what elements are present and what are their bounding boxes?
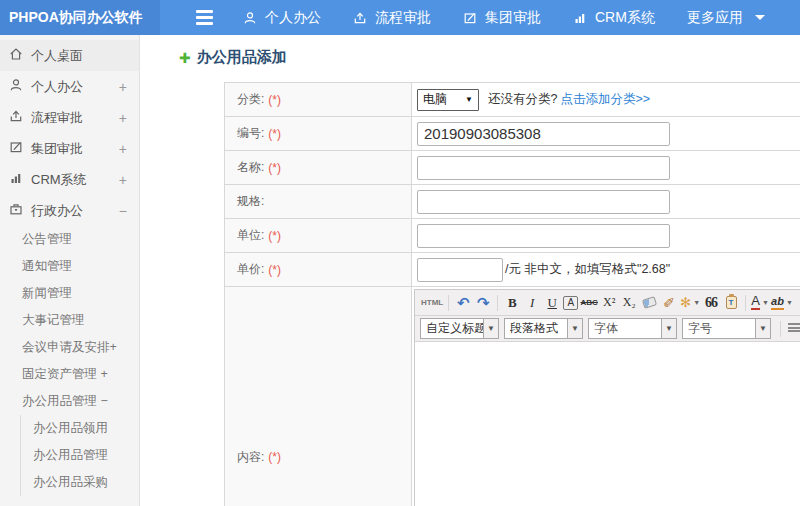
font-style-button[interactable]: A (563, 296, 578, 310)
required-marker: (*) (268, 263, 281, 277)
sidebar-item-meeting-mgmt[interactable]: 会议申请及安排+ (0, 334, 139, 361)
nav-item-label: 集团审批 (485, 9, 541, 27)
sidebar-item-notice-mgmt[interactable]: 通知管理 (0, 253, 139, 280)
page-title-text: 办公用品添加 (197, 48, 287, 67)
edit-icon (9, 140, 23, 157)
nav-item-process-approval[interactable]: 流程审批 (353, 9, 431, 27)
code-label: 编号: (*) (225, 117, 412, 150)
sidebar-item-crm[interactable]: CRM系统 + (0, 164, 139, 195)
sidebar-item-personal-office[interactable]: 个人办公 + (0, 71, 139, 102)
eraser-icon[interactable] (640, 294, 658, 312)
code-input[interactable] (417, 122, 670, 146)
strikethrough-button[interactable]: ABC (580, 294, 598, 312)
caret-down-icon: ▼ (786, 299, 793, 306)
nav-item-crm[interactable]: CRM系统 (573, 9, 655, 27)
autoformat-wand-icon[interactable]: ✻▼ (680, 294, 700, 312)
align-left-icon[interactable] (786, 320, 800, 338)
required-marker: (*) (268, 450, 281, 464)
category-select[interactable]: 电脑 ▼ (417, 89, 479, 111)
required-marker: (*) (268, 93, 281, 107)
expand-plus-icon[interactable]: + (119, 110, 127, 126)
menu-icon[interactable] (196, 10, 213, 25)
expand-plus-icon[interactable]: + (119, 141, 127, 157)
add-category-link[interactable]: 点击添加分类>> (560, 91, 650, 108)
caret-down-icon: ▼ (762, 299, 769, 306)
nav-item-personal-office[interactable]: 个人办公 (243, 9, 321, 27)
format-brush-icon[interactable]: ✐ (660, 294, 678, 312)
editor-toolbar-row2: 自定义标题 ▼ 段落格式 ▼ 字体 ▼ (415, 316, 800, 342)
italic-button[interactable]: I (523, 294, 541, 312)
nav-item-more-apps[interactable]: 更多应用 (687, 9, 765, 27)
sidebar-item-announcement-mgmt[interactable]: 公告管理 (0, 226, 139, 253)
caret-down-icon: ▼ (756, 318, 771, 339)
home-icon (9, 47, 23, 64)
sidebar-item-label: 个人办公 (31, 78, 119, 96)
top-bar: PHPOA协同办公软件 个人办公 流程审批 集团审批 CRM系统 (0, 0, 800, 35)
paragraph-format-select[interactable]: 段落格式 ▼ (504, 318, 583, 339)
sidebar-item-supplies-manage[interactable]: 办公用品管理 (21, 442, 139, 469)
sidebar-item-admin-office[interactable]: 行政办公 − (0, 195, 139, 226)
nav-item-label: 流程审批 (375, 9, 431, 27)
paste-icon[interactable]: T (722, 294, 740, 312)
sidebar-item-supplies-purchase[interactable]: 办公用品采购 (21, 469, 139, 496)
caret-down-icon: ▼ (568, 318, 583, 339)
form-row-unit: 单位: (*) (225, 219, 800, 253)
sidebar-item-office-supplies-mgmt[interactable]: 办公用品管理 − (0, 388, 139, 415)
sidebar: 个人桌面 个人办公 + 流程审批 + 集团审批 + (0, 35, 140, 506)
sidebar-item-group-approval[interactable]: 集团审批 + (0, 133, 139, 164)
sidebar-item-memorabilia-mgmt[interactable]: 大事记管理 (0, 307, 139, 334)
edit-icon (463, 11, 477, 25)
font-family-select[interactable]: 字体 ▼ (588, 318, 677, 339)
category-label: 分类: (*) (225, 83, 412, 116)
font-size-select[interactable]: 字号 ▼ (682, 318, 771, 339)
unit-label: 单位: (*) (225, 219, 412, 252)
sidebar-item-process-approval[interactable]: 流程审批 + (0, 102, 139, 133)
nav-item-label: 更多应用 (687, 9, 743, 27)
sidebar-item-supplies-claim[interactable]: 办公用品领用 (21, 415, 139, 442)
name-label: 名称: (*) (225, 151, 412, 184)
html-source-button[interactable]: HTML (421, 294, 443, 312)
expand-plus-icon[interactable]: + (119, 79, 127, 95)
spec-input[interactable] (417, 190, 670, 214)
sidebar-item-desktop[interactable]: 个人桌面 (0, 40, 139, 71)
sidebar-item-news-mgmt[interactable]: 新闻管理 (0, 280, 139, 307)
bold-button[interactable]: B (503, 294, 521, 312)
price-format-hint: /元 非中文，如填写格式"2.68" (505, 261, 670, 278)
superscript-button[interactable]: X² (600, 294, 618, 312)
underline-button[interactable]: U (543, 294, 561, 312)
app-logo: PHPOA协同办公软件 (0, 0, 160, 35)
form-row-price: 单价: (*) /元 非中文，如填写格式"2.68" (225, 253, 800, 287)
editor-content-area[interactable] (415, 342, 800, 506)
font-color-button[interactable]: A▼ (751, 294, 769, 312)
undo-icon[interactable]: ↶ (454, 294, 472, 312)
nav-item-label: 个人办公 (265, 9, 321, 27)
caret-down-icon: ▼ (662, 318, 677, 339)
sidebar-item-fixed-assets-mgmt[interactable]: 固定资产管理 + (0, 361, 139, 388)
redo-icon[interactable]: ↷ (474, 294, 492, 312)
top-nav: 个人办公 流程审批 集团审批 CRM系统 更多应用 (160, 0, 800, 35)
blockquote-button[interactable]: 66 (702, 294, 720, 312)
user-icon (9, 78, 23, 95)
price-input[interactable] (417, 258, 503, 282)
unit-input[interactable] (417, 224, 670, 248)
price-label: 单价: (*) (225, 253, 412, 286)
custom-heading-select[interactable]: 自定义标题 ▼ (420, 318, 499, 339)
subscript-button[interactable]: X₂ (620, 294, 638, 312)
collapse-minus-icon[interactable]: − (119, 203, 127, 219)
highlight-color-button[interactable]: ab▼ (771, 294, 793, 312)
spec-label: 规格: (225, 185, 412, 218)
sidebar-item-label: 流程审批 (31, 109, 119, 127)
required-marker: (*) (268, 229, 281, 243)
no-category-hint: 还没有分类? (488, 91, 557, 108)
bar-chart-icon (573, 11, 587, 25)
add-supplies-form: 分类: (*) 电脑 ▼ 还没有分类? 点击添加分类>> 编号: (*) (224, 82, 800, 506)
sidebar-item-label: 集团审批 (31, 140, 119, 158)
rich-text-editor: HTML ↶ ↷ B I U A ABC X² X₂ (414, 289, 800, 506)
expand-plus-icon[interactable]: + (119, 172, 127, 188)
caret-down-icon: ▼ (484, 318, 499, 339)
nav-item-group-approval[interactable]: 集团审批 (463, 9, 541, 27)
caret-down-icon (755, 15, 765, 20)
name-input[interactable] (417, 156, 670, 180)
page-title: ✚ 办公用品添加 (179, 48, 800, 67)
user-icon (243, 11, 257, 25)
